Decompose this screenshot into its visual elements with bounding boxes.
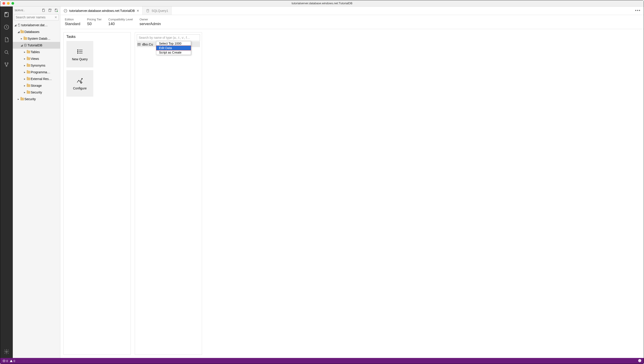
- folder-icon: [27, 84, 30, 87]
- sidebar: SERVE.. ✕ ◢ tutorialserver.dat…: [13, 6, 60, 358]
- tree-label: Security: [31, 90, 42, 94]
- tab-dashboard[interactable]: tutorialserver.database.windows.net:Tuto…: [60, 6, 143, 15]
- object-label: dbo.Cu: [142, 42, 153, 46]
- file-icon: [4, 37, 10, 42]
- tab-overflow-button[interactable]: •••: [632, 6, 644, 15]
- info-compat-label: Compatibility Level: [108, 18, 133, 21]
- object-search-panel: dbo.Cu Select Top 1000 Edit Data Script …: [135, 32, 202, 355]
- svg-point-7: [6, 351, 8, 352]
- activity-search[interactable]: [0, 46, 13, 58]
- ctx-edit-data[interactable]: Edit Data: [156, 46, 191, 50]
- svg-rect-13: [55, 9, 56, 10]
- tree-label: TutorialDB: [28, 44, 42, 47]
- clear-search-icon[interactable]: ✕: [55, 16, 57, 19]
- minimize-window-button[interactable]: [7, 2, 10, 5]
- tab-label: SQLQuery1: [152, 9, 168, 12]
- tree-server-label: tutorialserver.dat…: [21, 23, 48, 27]
- sidebar-search[interactable]: ✕: [14, 14, 59, 20]
- status-errors[interactable]: 0: [3, 359, 8, 363]
- chevron-right-icon: ▸: [20, 37, 23, 40]
- svg-point-14: [57, 11, 58, 12]
- tree-label: Storage: [31, 84, 42, 88]
- titlebar: tutorialserver.database.windows.net:Tuto…: [0, 0, 644, 6]
- ctx-script-as-create[interactable]: Script as Create: [156, 50, 191, 55]
- main-area: tutorialserver.database.windows.net:Tuto…: [60, 6, 644, 358]
- status-warnings-count: 0: [14, 359, 15, 363]
- activity-settings[interactable]: [0, 346, 13, 358]
- folder-icon: [21, 30, 24, 33]
- sidebar-search-input[interactable]: [16, 16, 55, 19]
- chevron-right-icon: ▸: [23, 70, 26, 74]
- task-new-query[interactable]: New Query: [66, 41, 93, 68]
- add-server-icon[interactable]: [48, 8, 52, 12]
- configure-icon: [76, 77, 84, 85]
- tree-security-outer-node[interactable]: ▸ Security: [13, 96, 60, 102]
- tree-system-db-node[interactable]: ▸ System Datab…: [13, 35, 60, 42]
- tree-security-inner-node[interactable]: ▸ Security: [13, 89, 60, 96]
- folder-icon: [27, 78, 30, 80]
- new-connection-icon[interactable]: [42, 8, 46, 12]
- tree-programmability-node[interactable]: ▸ Programma…: [13, 69, 60, 76]
- svg-rect-16: [19, 24, 19, 24]
- tree-external-node[interactable]: ▸ External Res…: [13, 76, 60, 82]
- tree-synonyms-node[interactable]: ▸ Synonyms: [13, 62, 60, 69]
- search-icon: [4, 49, 10, 55]
- status-warnings[interactable]: 0: [10, 359, 15, 363]
- database-icon: [146, 9, 150, 13]
- tree-tables-node[interactable]: ▸ Tables: [13, 49, 60, 55]
- svg-point-4: [5, 62, 6, 64]
- tree-server-node[interactable]: ◢ tutorialserver.dat…: [13, 22, 60, 28]
- branch-icon: [4, 62, 10, 68]
- info-pricing-value: S0: [87, 22, 102, 26]
- task-label: New Query: [72, 58, 88, 61]
- status-errors-count: 0: [6, 359, 8, 363]
- tasks-title: Tasks: [66, 35, 128, 39]
- tab-bar: tutorialserver.database.windows.net:Tuto…: [60, 6, 644, 15]
- svg-point-5: [7, 62, 8, 64]
- server-status-icon[interactable]: [54, 8, 58, 12]
- info-owner-value: serverAdmin: [140, 22, 161, 26]
- tree-storage-node[interactable]: ▸ Storage: [13, 82, 60, 89]
- dashboard-icon: [64, 9, 68, 13]
- chevron-right-icon: ▸: [23, 50, 26, 54]
- svg-point-34: [640, 360, 640, 360]
- chevron-down-icon: ◢: [14, 24, 17, 27]
- activity-servers[interactable]: [0, 8, 13, 21]
- tree-views-node[interactable]: ▸ Views: [13, 55, 60, 62]
- svg-point-26: [81, 82, 82, 83]
- tree-label: Security: [25, 97, 36, 101]
- object-search-input[interactable]: [137, 34, 200, 41]
- chevron-down-icon: ◢: [20, 44, 23, 47]
- svg-rect-1: [6, 12, 7, 13]
- status-feedback[interactable]: [638, 359, 641, 363]
- server-icon: [17, 23, 21, 27]
- activity-history[interactable]: [0, 21, 13, 34]
- chevron-right-icon: ▸: [23, 77, 26, 80]
- server-tree: ◢ tutorialserver.dat… ◢ Databases ▸ Syst…: [13, 22, 60, 358]
- activity-explorer[interactable]: [0, 34, 13, 46]
- tab-sqlquery[interactable]: SQLQuery1: [143, 6, 172, 15]
- maximize-window-button[interactable]: [12, 2, 14, 5]
- folder-icon: [27, 64, 30, 67]
- svg-point-32: [638, 359, 641, 362]
- tab-close-button[interactable]: ✕: [137, 9, 139, 12]
- ctx-select-top-1000[interactable]: Select Top 1000: [156, 41, 191, 46]
- task-configure[interactable]: Configure: [66, 70, 93, 96]
- info-pricing-label: Pricing Tier: [87, 18, 102, 21]
- svg-point-24: [78, 53, 78, 54]
- svg-point-20: [78, 50, 78, 50]
- chevron-right-icon: ▸: [23, 84, 26, 87]
- tree-label: Synonyms: [31, 64, 45, 67]
- folder-icon: [27, 51, 30, 53]
- svg-rect-9: [43, 9, 43, 10]
- info-edition-label: Edition: [65, 18, 80, 21]
- query-icon: [76, 48, 84, 56]
- svg-rect-27: [138, 43, 140, 45]
- clock-icon: [4, 24, 10, 30]
- close-window-button[interactable]: [3, 2, 5, 5]
- tree-tutorialdb-node[interactable]: ◢ TutorialDB: [13, 42, 60, 49]
- svg-point-6: [6, 66, 7, 66]
- tree-databases-node[interactable]: ◢ Databases: [13, 28, 60, 35]
- activity-source-control[interactable]: [0, 58, 13, 71]
- folder-icon: [24, 37, 27, 40]
